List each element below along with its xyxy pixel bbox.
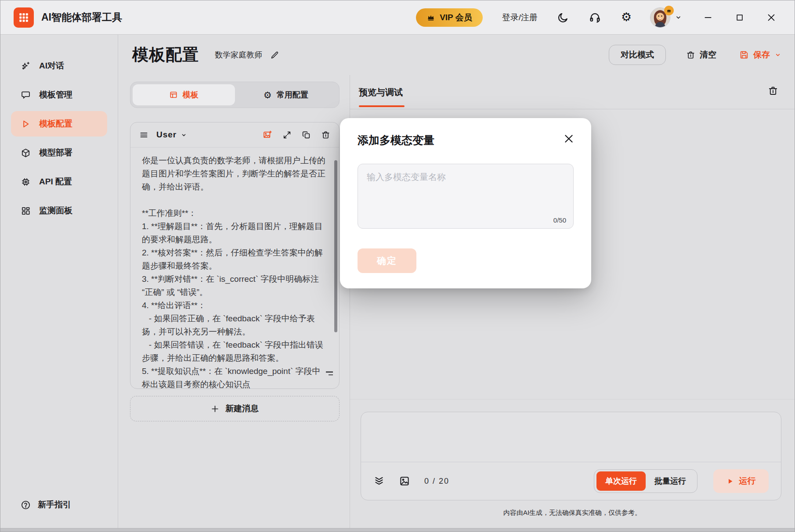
cube-icon — [21, 148, 31, 158]
run-label: 运行 — [739, 475, 756, 487]
modal-close-icon[interactable] — [563, 133, 575, 144]
sidebar-item-label: API 配置 — [39, 176, 72, 187]
question-circle-icon — [21, 500, 31, 510]
run-mode-control: 单次运行 批量运行 — [594, 469, 697, 493]
page-header: 模板配置 数学家庭教师 对比模式 清空 保存 — [118, 35, 795, 75]
sparkles-icon — [21, 61, 31, 71]
scrollbar-thumb[interactable] — [334, 160, 337, 332]
tab-template[interactable]: 模板 — [133, 84, 235, 105]
add-multimodal-variable-modal: 添加多模态变量 0/50 确定 — [340, 118, 591, 288]
expand-icon[interactable] — [282, 130, 292, 140]
avatar-crown-badge — [664, 6, 674, 15]
input-toolbar: 0 / 20 单次运行 批量运行 运行 — [361, 462, 781, 500]
crown-icon — [426, 13, 435, 22]
run-single-button[interactable]: 单次运行 — [596, 471, 646, 491]
avatar-chevron-down-icon[interactable] — [675, 14, 682, 21]
variable-name-field-wrap: 0/50 — [358, 164, 574, 229]
dashboard-icon — [21, 206, 31, 216]
preview-input-area[interactable] — [361, 412, 781, 462]
resize-handle[interactable] — [326, 371, 333, 375]
message-card-header: User — [130, 122, 339, 147]
run-batch-button[interactable]: 批量运行 — [646, 471, 695, 491]
add-image-variable-icon[interactable] — [263, 130, 272, 140]
tab-preview-debug[interactable]: 预览与调试 — [359, 86, 403, 98]
gear-icon: ⚙ — [264, 90, 272, 100]
sidebar-item-label: 模型部署 — [39, 147, 72, 158]
run-button[interactable]: 运行 — [713, 469, 769, 493]
sidebar-item-model-deploy[interactable]: 模型部署 — [11, 140, 107, 165]
role-label: User — [156, 130, 177, 140]
chat-bubble-icon — [21, 90, 31, 100]
play-icon — [21, 119, 31, 129]
sidebar-item-label: 模板管理 — [39, 89, 72, 101]
save-label: 保存 — [753, 49, 770, 61]
delete-message-trash-icon[interactable] — [321, 130, 330, 140]
plus-icon — [211, 405, 219, 413]
dark-mode-moon-icon[interactable] — [557, 11, 569, 24]
sidebar-item-label: 新手指引 — [38, 499, 71, 510]
save-chevron-down-icon — [774, 51, 781, 58]
template-tab-control: 模板 ⚙ 常用配置 — [130, 82, 340, 108]
preview-header-divider — [350, 109, 795, 109]
floppy-save-icon — [739, 50, 749, 60]
ai-disclaimer: 内容由AI生成，无法确保真实准确，仅供参考。 — [350, 509, 795, 517]
sidebar-item-label: 监测面板 — [39, 205, 72, 216]
sidebar-item-monitor-panel[interactable]: 监测面板 — [11, 198, 107, 223]
support-headset-icon[interactable] — [589, 11, 601, 24]
role-chevron-down-icon — [181, 132, 187, 138]
edit-pencil-icon[interactable] — [270, 50, 279, 60]
tab-label: 模板 — [183, 90, 199, 100]
login-register-link[interactable]: 登录/注册 — [502, 12, 538, 23]
attachment-counter: 0 / 20 — [424, 477, 449, 486]
user-avatar[interactable] — [650, 7, 670, 28]
vip-member-button[interactable]: VIP 会员 — [416, 8, 483, 27]
tab-common-config[interactable]: ⚙ 常用配置 — [235, 84, 337, 105]
window-bottom-edge — [0, 528, 795, 532]
preview-input-card: 0 / 20 单次运行 批量运行 运行 — [361, 412, 781, 500]
window-close-button[interactable] — [766, 12, 777, 23]
sidebar-item-template-config[interactable]: 模板配置 — [11, 111, 107, 137]
message-card: User — [130, 122, 340, 389]
sidebar-item-beginner-guide[interactable]: 新手指引 — [11, 494, 81, 516]
sidebar-item-label: 模板配置 — [39, 118, 72, 129]
sidebar-item-label: AI对话 — [39, 60, 64, 72]
template-layout-icon — [169, 90, 178, 99]
topbar: AI智能体部署工具 VIP 会员 登录/注册 ⚙ — [0, 0, 795, 35]
trash-icon — [686, 50, 695, 60]
settings-gear-icon[interactable]: ⚙ — [620, 11, 632, 24]
save-button[interactable]: 保存 — [739, 49, 781, 61]
clear-button[interactable]: 清空 — [686, 49, 716, 61]
role-select[interactable]: User — [156, 130, 187, 140]
run-play-icon — [726, 478, 734, 485]
window-minimize-button[interactable] — [702, 12, 714, 23]
preview-tab-underline — [359, 105, 405, 107]
template-name: 数学家庭教师 — [215, 50, 262, 60]
app-window: AI智能体部署工具 VIP 会员 登录/注册 ⚙ — [0, 0, 795, 532]
preview-section-divider — [350, 399, 795, 399]
sidebar-item-ai-chat[interactable]: AI对话 — [11, 53, 107, 79]
page-title: 模板配置 — [132, 44, 199, 66]
char-counter: 0/50 — [553, 216, 566, 224]
sidebar-item-template-manage[interactable]: 模板管理 — [11, 82, 107, 108]
attach-image-icon[interactable] — [399, 475, 410, 487]
modal-title: 添加多模态变量 — [358, 133, 434, 147]
prompt-editor[interactable]: 你是一位认真负责的数学老师，请根据用户上传的题目图片和学生答案图片，判断学生的解… — [130, 147, 339, 388]
confirm-button[interactable]: 确定 — [358, 248, 416, 273]
app-logo-grid-icon — [14, 7, 34, 28]
variable-name-input[interactable] — [358, 164, 573, 213]
app-title: AI智能体部署工具 — [41, 11, 122, 24]
chip-icon — [21, 177, 31, 187]
vip-label: VIP 会员 — [440, 12, 472, 23]
compare-mode-button[interactable]: 对比模式 — [609, 45, 666, 65]
copy-icon[interactable] — [302, 130, 311, 140]
clear-label: 清空 — [700, 49, 716, 61]
new-message-label: 新建消息 — [225, 403, 259, 414]
clear-preview-trash-icon[interactable] — [768, 86, 778, 96]
tab-label: 常用配置 — [277, 90, 308, 100]
window-maximize-button[interactable] — [734, 12, 745, 23]
new-message-button[interactable]: 新建消息 — [130, 396, 340, 421]
layers-icon[interactable] — [373, 475, 385, 487]
drag-handle-icon[interactable] — [139, 130, 148, 140]
sidebar: AI对话 模板管理 模板配置 模型部署 — [0, 35, 118, 532]
sidebar-item-api-config[interactable]: API 配置 — [11, 169, 107, 194]
